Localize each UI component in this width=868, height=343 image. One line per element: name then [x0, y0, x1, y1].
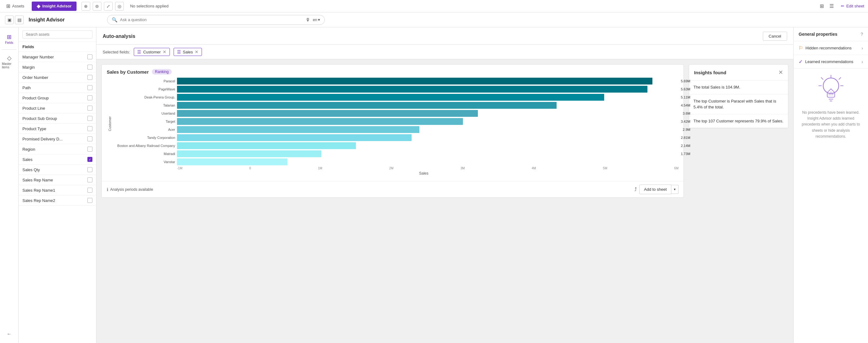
learned-rec-check-icon: ✓	[799, 59, 803, 65]
field-item[interactable]: Sales Rep Name1	[19, 185, 96, 196]
insight-item: The top Customer is Paracel with Sales t…	[689, 95, 788, 114]
x-axis-tick: -1M	[177, 167, 182, 170]
insight-advisor-nav[interactable]: ◈ Insight Advisor	[32, 2, 76, 11]
hidden-rec-arrow-icon: ›	[862, 46, 863, 50]
selected-fields-bar: Selected fields: ☰ Customer ✕ ☰ Sales ✕	[96, 45, 793, 59]
bar-value: 2.14M	[681, 144, 690, 147]
insights-header: Insights found ✕	[689, 65, 788, 80]
learned-recommendations-item[interactable]: ✓ Learned recommendations ›	[794, 55, 868, 69]
toggle-right-panel[interactable]: ▤	[15, 15, 24, 24]
zoom-in-icon[interactable]: ⊕	[82, 2, 90, 10]
edit-sheet-button[interactable]: ✏ Edit sheet	[841, 4, 864, 8]
field-checkbox[interactable]	[87, 136, 92, 141]
zoom-out-icon[interactable]: ⊜	[93, 2, 101, 10]
field-item[interactable]: Sales Rep Name	[19, 175, 96, 185]
field-checkbox[interactable]	[87, 147, 92, 151]
field-checkbox[interactable]	[87, 167, 92, 172]
x-axis-tick: 2M	[389, 167, 394, 170]
field-name: Order Number	[22, 75, 48, 80]
selection-icon[interactable]: ◎	[115, 2, 124, 10]
field-item[interactable]: Path	[19, 83, 96, 93]
assets-nav[interactable]: ⊞ Assets	[4, 3, 27, 9]
bar-row: Target 3.42M	[113, 118, 679, 125]
x-axis-tick: 0	[249, 167, 251, 170]
field-checkbox[interactable]	[87, 55, 92, 59]
insights-close-icon[interactable]: ✕	[778, 69, 783, 76]
add-to-sheet-dropdown-button[interactable]: ▾	[671, 185, 679, 194]
bar-label: Matradi	[113, 152, 175, 156]
add-to-sheet-button-group: ⤴ Add to sheet ▾	[634, 184, 679, 194]
bar-label: Deak-Perera Group.	[113, 95, 175, 99]
field-item[interactable]: Product Line	[19, 103, 96, 113]
field-item[interactable]: Region	[19, 144, 96, 155]
field-name: Manager Number	[22, 55, 54, 59]
sidebar-collapse-icon[interactable]: ←	[4, 329, 14, 339]
sidebar-item-fields[interactable]: ⊞ Fields	[0, 31, 18, 47]
add-to-sheet-main-button[interactable]: Add to sheet	[639, 184, 671, 194]
field-item[interactable]: Product Group	[19, 93, 96, 103]
fields-search-input[interactable]	[22, 30, 92, 38]
field-checkbox[interactable]	[87, 95, 92, 100]
field-item[interactable]: Product Sub Group	[19, 113, 96, 124]
bar-row: Acer 2.9M	[113, 126, 679, 133]
hidden-recommendations-item[interactable]: ⚐ Hidden recommendations ›	[794, 41, 868, 55]
fields-panel-header: Fields	[19, 42, 96, 52]
sidebar-item-master-items[interactable]: ◇ Master items	[0, 52, 18, 71]
field-item[interactable]: Margin	[19, 62, 96, 72]
bar-container: 5.63M	[177, 86, 679, 93]
expand-icon[interactable]: ⤢	[104, 2, 113, 10]
field-item[interactable]: Promised Delivery D...	[19, 134, 96, 144]
field-checkbox[interactable]	[87, 116, 92, 121]
share-icon[interactable]: ⤴	[634, 187, 637, 192]
y-axis-label: Customer	[107, 78, 113, 170]
hidden-rec-label: Hidden recommendations	[805, 46, 851, 50]
field-checkbox[interactable]	[87, 187, 92, 193]
fields-label: Fields	[5, 41, 13, 44]
field-checkbox[interactable]	[87, 75, 92, 80]
remove-customer-icon[interactable]: ✕	[163, 49, 166, 55]
customer-field-icon: ☰	[137, 49, 141, 55]
field-tag-sales: ☰ Sales ✕	[174, 48, 202, 56]
bar-fill	[177, 86, 647, 93]
field-item[interactable]: Sales Qty	[19, 165, 96, 175]
sales-field-name: Sales	[183, 50, 193, 55]
bar-fill	[177, 110, 478, 117]
x-axis-tick: 5M	[603, 167, 607, 170]
field-checkbox[interactable]	[87, 106, 92, 111]
search-input[interactable]	[120, 18, 303, 22]
svg-line-3	[839, 77, 841, 79]
field-item[interactable]: Order Number	[19, 72, 96, 83]
master-items-label: Master items	[2, 62, 17, 69]
bar-fill	[177, 150, 321, 157]
field-item[interactable]: Manager Number	[19, 52, 96, 62]
field-checkbox[interactable]	[87, 198, 92, 203]
svg-line-2	[821, 77, 823, 79]
toggle-left-panel[interactable]: ▣	[5, 15, 14, 24]
fields-panel: Fields Manager Number Margin Order Numbe…	[19, 27, 96, 343]
field-item[interactable]: Sales Rep Name2	[19, 196, 96, 206]
field-checkbox[interactable]	[87, 85, 92, 90]
field-item[interactable]: Product Type	[19, 124, 96, 134]
cancel-button[interactable]: Cancel	[763, 32, 787, 41]
main-layout: ⊞ Fields ◇ Master items ← Fields Manager…	[0, 27, 868, 343]
list-view-icon[interactable]: ☰	[827, 2, 836, 10]
question-search-bar[interactable]: 🔍 🎙 en ▾	[107, 15, 325, 25]
lang-value: en	[313, 18, 317, 22]
help-icon[interactable]: ?	[861, 32, 863, 37]
search-icon: 🔍	[112, 17, 118, 23]
language-selector[interactable]: en ▾	[313, 18, 320, 22]
bar-value: 5.69M	[681, 79, 690, 83]
grid-view-icon[interactable]: ⊞	[817, 2, 826, 10]
field-checkbox[interactable]	[87, 177, 92, 182]
field-item[interactable]: Sales	[19, 155, 96, 165]
microphone-icon[interactable]: 🎙	[306, 17, 310, 22]
bar-row: Deak-Perera Group. 5.11M	[113, 94, 679, 101]
x-axis-tick: 4M	[532, 167, 536, 170]
insights-list: The total Sales is 104.9M.The top Custom…	[689, 80, 788, 128]
field-checkbox[interactable]	[87, 126, 92, 131]
field-checkbox[interactable]	[87, 157, 92, 162]
bar-fill	[177, 126, 420, 133]
right-panel-header: General properties ?	[794, 27, 868, 41]
field-checkbox[interactable]	[87, 65, 92, 70]
remove-sales-icon[interactable]: ✕	[195, 49, 198, 55]
